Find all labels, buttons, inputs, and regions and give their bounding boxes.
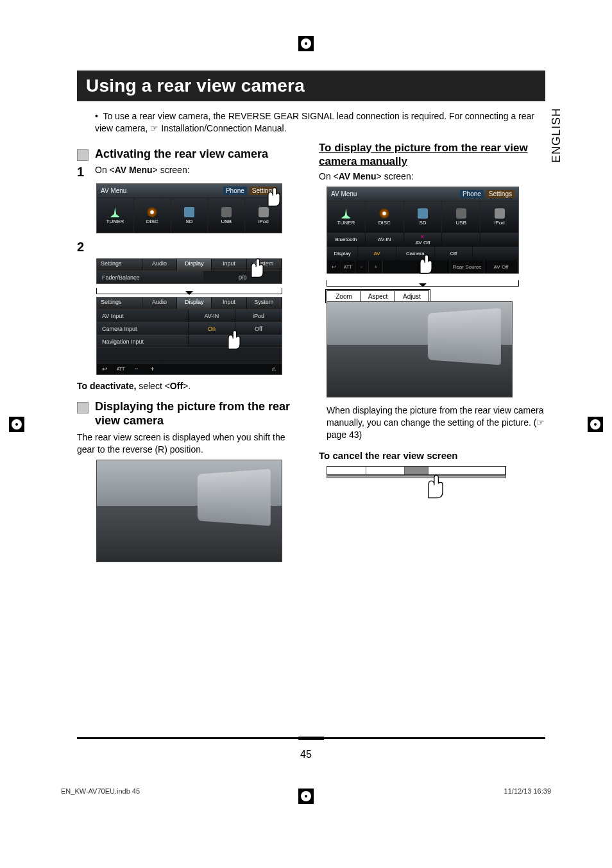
source-bluetooth[interactable]: Bluetooth <box>327 233 366 246</box>
source-disc[interactable]: DISC <box>366 201 404 232</box>
section-marker-icon <box>77 149 89 161</box>
display-av[interactable]: AV <box>358 247 396 260</box>
usb-icon <box>456 208 466 219</box>
tab-audio[interactable]: Audio <box>142 297 177 309</box>
tab-display[interactable]: Display <box>177 259 212 271</box>
av-input-ipod[interactable]: iPod <box>235 310 282 322</box>
display-off[interactable]: Off <box>435 247 473 260</box>
display-body-text: The rear view screen is displayed when y… <box>77 431 303 456</box>
flow-arrow-icon <box>96 288 282 294</box>
tab-system[interactable]: System <box>247 297 282 309</box>
zoom-button[interactable]: Zoom <box>327 291 361 301</box>
tab-input[interactable]: Input <box>212 259 246 271</box>
page-title: Using a rear view camera <box>77 71 545 101</box>
source-tuner[interactable]: TUNER <box>327 201 366 232</box>
tower-icon <box>341 208 351 219</box>
cancel-screenshot <box>327 466 506 506</box>
settings-title: Settings <box>97 259 142 271</box>
source-usb[interactable]: USB <box>442 201 480 232</box>
rear-source-button[interactable]: Rear Source <box>450 260 484 273</box>
avmenu-screenshot: AV Menu Phone Settings TUNER DISC SD USB… <box>96 183 282 233</box>
camera-input-label: Camera Input <box>97 322 188 335</box>
right-body-text: When displaying the picture from the rea… <box>327 405 545 441</box>
registration-mark <box>298 36 314 51</box>
right-on-text: On <AV Menu> screen: <box>319 171 545 183</box>
disc-icon <box>147 207 157 217</box>
settings-title: Settings <box>97 297 142 309</box>
registration-mark <box>298 789 314 804</box>
source-tuner[interactable]: TUNER <box>97 198 134 233</box>
settings-screenshot-2: Settings Audio Display Input System AV I… <box>96 297 282 375</box>
av-input-label: AV Input <box>97 310 188 322</box>
source-disc[interactable]: DISC <box>134 198 171 233</box>
fader-balance-label[interactable]: Fader/Balance <box>97 271 203 283</box>
navigation-input-label: Navigation Input <box>97 335 188 347</box>
source-sd[interactable]: SD <box>404 201 443 232</box>
disc-icon <box>379 208 389 219</box>
intro-bullet: • To use a rear view camera, the REVERSE… <box>95 110 545 135</box>
section-activate-title: Activating the rear view camera <box>95 147 268 162</box>
sd-icon <box>418 208 428 219</box>
cancel-heading: To cancel the rear view screen <box>319 450 545 461</box>
step-2-number: 2 <box>77 240 86 255</box>
right-heading: To display the picture from the rear vie… <box>319 141 545 169</box>
pointing-hand-icon <box>262 185 285 208</box>
phone-button[interactable]: Phone <box>460 190 484 198</box>
pointing-hand-icon <box>414 253 438 276</box>
settings-button[interactable]: Settings <box>486 190 514 198</box>
source-ipod[interactable]: iPod <box>480 201 518 232</box>
avmenu-title: AV Menu <box>331 190 357 197</box>
registration-mark <box>588 417 603 432</box>
page-footer-rule <box>77 737 545 739</box>
rear-camera-adjust-screenshot: Zoom Aspect Adjust <box>327 290 513 399</box>
settings-screenshot-1: Settings Audio Display Input System Fade… <box>96 258 282 284</box>
adjust-button[interactable]: Adjust <box>395 291 429 301</box>
usb-icon <box>221 207 232 217</box>
deactivate-note: To deactivate, select <Off>. <box>77 380 303 392</box>
sd-icon <box>184 207 194 217</box>
right-column: To display the picture from the rear vie… <box>319 141 545 567</box>
page-number: 45 <box>0 749 612 760</box>
pointing-hand-icon <box>246 256 269 280</box>
source-sd[interactable]: SD <box>171 198 208 233</box>
parked-car-graphic <box>198 469 271 526</box>
source-avin[interactable]: AV-IN <box>366 233 404 246</box>
avmenu-full-screenshot: AV Menu Phone Settings TUNER DISC SD USB… <box>327 187 519 274</box>
registration-mark <box>9 417 24 432</box>
parked-car-graphic <box>428 308 501 365</box>
rear-camera-screenshot <box>96 460 282 562</box>
avoff-button[interactable]: AV Off <box>484 260 518 273</box>
tab-audio[interactable]: Audio <box>142 259 177 271</box>
page-content: Using a rear view camera • To use a rear… <box>77 71 545 567</box>
tab-input[interactable]: Input <box>212 297 246 309</box>
source-usb[interactable]: USB <box>208 198 245 233</box>
tower-icon <box>110 207 120 217</box>
pointing-hand-icon <box>223 328 246 351</box>
footer-timestamp: 11/12/13 16:39 <box>504 787 551 795</box>
flow-arrow-icon <box>327 280 519 287</box>
fader-balance-value: 0/0 <box>203 271 282 283</box>
av-input-avin[interactable]: AV-IN <box>188 310 235 322</box>
source-avoff[interactable]: ✕AV Off <box>404 233 443 246</box>
step-1-number: 1 <box>77 165 86 179</box>
step-1-text: On <AV Menu> screen: <box>95 165 190 175</box>
left-column: Activating the rear view camera 1 On <AV… <box>77 141 303 567</box>
language-tab: ENGLISH <box>550 108 563 163</box>
section-marker-icon <box>77 402 89 413</box>
display-row-label: Display <box>327 247 358 260</box>
section-display-title: Displaying the picture from the rear vie… <box>95 400 303 428</box>
pointing-hand-icon <box>421 472 450 501</box>
footer-filename: EN_KW-AV70EU.indb 45 <box>61 787 140 795</box>
intro-text: To use a rear view camera, the REVERSE G… <box>95 111 534 133</box>
aspect-button[interactable]: Aspect <box>361 291 395 301</box>
phone-button[interactable]: Phone <box>223 187 247 195</box>
avmenu-title: AV Menu <box>101 187 126 194</box>
tab-display[interactable]: Display <box>177 297 212 309</box>
ipod-icon <box>495 208 505 219</box>
